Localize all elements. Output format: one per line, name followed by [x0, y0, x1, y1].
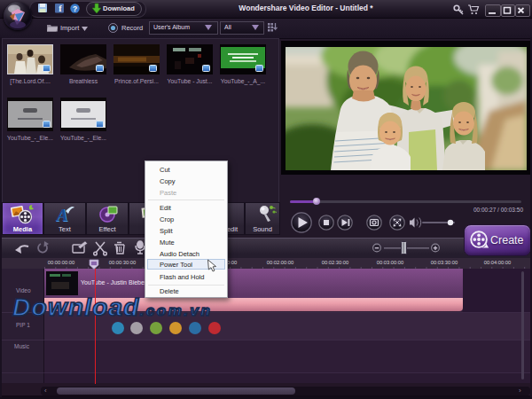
- svg-text:?: ?: [73, 4, 77, 13]
- svg-text:A: A: [56, 206, 68, 224]
